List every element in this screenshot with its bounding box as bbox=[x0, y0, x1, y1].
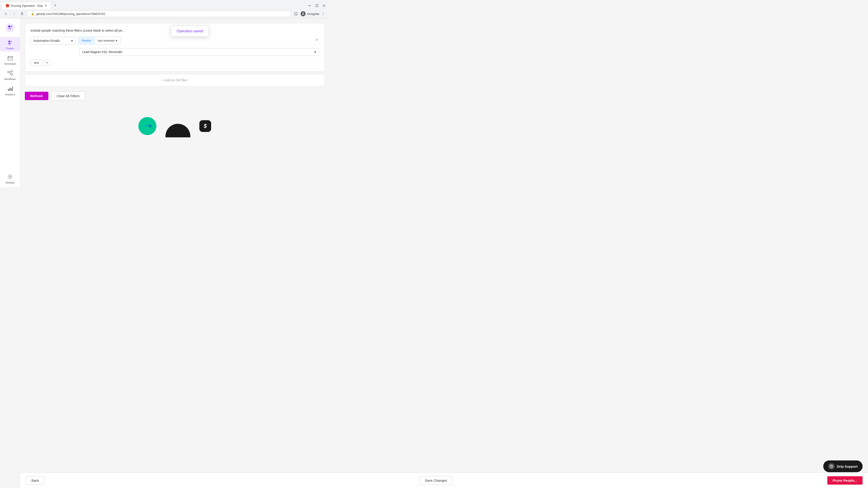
svg-point-7 bbox=[323, 13, 323, 14]
reload-nav-btn[interactable] bbox=[19, 11, 25, 17]
analytics-icon bbox=[6, 85, 14, 92]
svg-point-15 bbox=[10, 41, 12, 42]
svg-rect-21 bbox=[9, 88, 10, 91]
clear-filters-button[interactable]: Clear All Filters bbox=[51, 92, 85, 100]
svg-rect-19 bbox=[11, 74, 13, 75]
svg-rect-17 bbox=[8, 71, 9, 73]
settings-icon bbox=[6, 173, 14, 180]
svg-rect-18 bbox=[11, 71, 13, 72]
filter-type-dropdown[interactable]: Automation Emails ▾ bbox=[31, 37, 76, 44]
decorative-area: $ bbox=[20, 106, 329, 160]
pill-person-label: Person bbox=[79, 37, 94, 44]
sidebar-label-analytics: Analytics bbox=[5, 93, 15, 96]
workflows-icon bbox=[6, 70, 14, 77]
svg-point-13 bbox=[8, 28, 9, 29]
svg-point-8 bbox=[323, 15, 323, 15]
and-button[interactable]: and bbox=[31, 59, 42, 66]
sidebar-label-people: People bbox=[6, 47, 14, 50]
restore-btn[interactable] bbox=[314, 2, 320, 9]
browser-chrome: Pruning Operation · Drip ✕ + bbox=[0, 0, 329, 19]
svg-rect-20 bbox=[8, 89, 9, 91]
tab-close-btn[interactable]: ✕ bbox=[44, 4, 47, 7]
pill-action-dropdown[interactable]: has received ▾ bbox=[94, 37, 121, 44]
and-row: and + bbox=[31, 59, 319, 66]
sidebar-label-campaigns: Campaigns bbox=[4, 62, 17, 65]
back-nav-btn[interactable] bbox=[3, 11, 9, 17]
svg-point-12 bbox=[9, 28, 11, 30]
add-filter-btn[interactable]: + bbox=[44, 60, 51, 66]
lead-magnet-chevron: ▾ bbox=[314, 50, 316, 54]
sidebar-item-people[interactable]: People bbox=[0, 37, 20, 52]
pill-action-chevron: ▾ bbox=[116, 39, 117, 42]
new-tab-btn[interactable]: + bbox=[52, 2, 58, 9]
filter-row: Automation Emails ▾ Person has received … bbox=[31, 37, 319, 44]
svg-rect-22 bbox=[11, 88, 11, 91]
incognito-icon bbox=[301, 11, 306, 16]
svg-rect-2 bbox=[316, 4, 318, 7]
or-filter-section: + Add an OR filter bbox=[25, 74, 324, 86]
svg-point-11 bbox=[11, 26, 12, 27]
forward-nav-btn[interactable] bbox=[11, 11, 17, 17]
add-or-filter-btn[interactable]: + Add an OR filter bbox=[162, 78, 187, 82]
sidebar-item-analytics[interactable]: Analytics bbox=[0, 83, 20, 98]
tab-favicon bbox=[6, 4, 9, 7]
refresh-button[interactable]: Refresh bbox=[25, 92, 49, 100]
svg-rect-23 bbox=[12, 87, 13, 91]
app-logo[interactable] bbox=[4, 22, 16, 33]
svg-point-0 bbox=[6, 5, 8, 6]
svg-point-10 bbox=[8, 25, 10, 28]
lock-icon: 🔒 bbox=[31, 12, 34, 15]
sidebar-label-workflows: Workflows bbox=[4, 78, 16, 80]
profile-btn[interactable] bbox=[300, 11, 306, 17]
toast-message: Operation saved bbox=[177, 29, 203, 33]
svg-point-25 bbox=[149, 125, 151, 127]
url-text: getdrip.com/7641396/pruning_operations/7… bbox=[36, 12, 105, 15]
tab-title: Pruning Operation · Drip bbox=[11, 4, 43, 7]
sidebar-item-workflows[interactable]: Workflows bbox=[0, 68, 20, 82]
svg-point-24 bbox=[9, 176, 11, 177]
lead-magnet-row: Lead Magnet #1b: Reminder ▾ bbox=[31, 48, 319, 56]
filter-type-chevron: ▾ bbox=[71, 39, 73, 42]
lead-magnet-label: Lead Magnet #1b: Reminder bbox=[82, 50, 122, 54]
filter-pill: Person has received ▾ bbox=[79, 37, 121, 44]
deco-black-shape bbox=[165, 124, 190, 137]
minimize-btn[interactable] bbox=[307, 2, 313, 9]
people-icon bbox=[6, 39, 14, 46]
main-content: Operation saved Include people matching … bbox=[20, 19, 329, 187]
svg-point-5 bbox=[303, 13, 304, 14]
incognito-label: Incognito bbox=[307, 12, 319, 15]
close-btn[interactable] bbox=[321, 2, 327, 9]
lead-magnet-dropdown[interactable]: Lead Magnet #1b: Reminder ▾ bbox=[79, 48, 319, 56]
sidebar-item-settings[interactable]: Settings bbox=[0, 171, 20, 186]
filter-close-btn[interactable]: ✕ bbox=[314, 37, 319, 43]
svg-point-14 bbox=[8, 41, 10, 42]
url-bar[interactable]: 🔒 getdrip.com/7641396/pruning_operations… bbox=[27, 11, 291, 17]
filter-actions-row: Refresh Clear All Filters bbox=[20, 86, 329, 106]
deco-s-icon: $ bbox=[199, 120, 211, 132]
menu-btn[interactable] bbox=[320, 11, 327, 17]
sidebar-item-campaigns[interactable]: Campaigns bbox=[0, 53, 20, 67]
filter-type-label: Automation Emails bbox=[33, 39, 60, 42]
svg-point-6 bbox=[323, 12, 323, 13]
toast-notification: Operation saved bbox=[171, 26, 209, 37]
campaigns-icon bbox=[6, 54, 14, 61]
sidebar: People Campaigns Workflow bbox=[0, 19, 20, 187]
bookmark-btn[interactable] bbox=[293, 11, 299, 17]
svg-rect-1 bbox=[308, 5, 311, 6]
browser-tab[interactable]: Pruning Operation · Drip ✕ bbox=[2, 2, 51, 9]
deco-circle-green bbox=[138, 117, 156, 135]
sidebar-label-settings: Settings bbox=[6, 181, 15, 184]
